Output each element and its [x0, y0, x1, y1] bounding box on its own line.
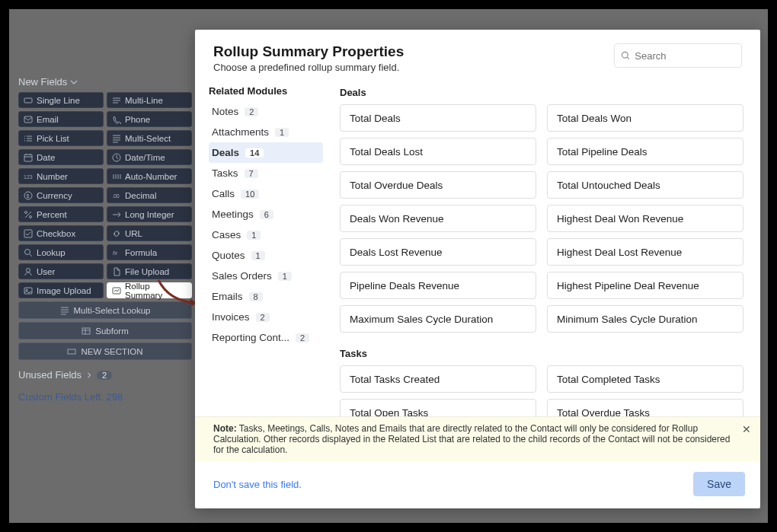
chevron-right-icon	[86, 372, 92, 378]
check-icon	[24, 229, 33, 238]
module-attachments[interactable]: Attachments1	[209, 122, 323, 142]
rollup-option[interactable]: Highest Deal Won Revenue	[547, 205, 743, 232]
module-label: Quotes	[212, 250, 245, 261]
field-multi-select-lookup[interactable]: Multi-Select Lookup	[18, 301, 192, 319]
field-decimal[interactable]: .00Decimal	[107, 187, 192, 203]
module-count: 14	[245, 148, 264, 158]
rollup-option[interactable]: Total Deals Won	[547, 104, 743, 132]
svg-rect-2	[24, 155, 32, 161]
calendar-icon	[24, 153, 33, 162]
field-formula[interactable]: fxFormula	[107, 244, 192, 260]
field-currency[interactable]: $Currency	[18, 187, 104, 203]
image-icon	[24, 286, 33, 295]
rollup-option[interactable]: Deals Won Revenue	[340, 205, 536, 232]
module-label: Sales Orders	[212, 270, 272, 282]
field-rollup-summary[interactable]: Rollup Summary	[107, 282, 192, 298]
save-button[interactable]: Save	[693, 472, 745, 496]
module-deals[interactable]: Deals14	[209, 142, 323, 163]
search-icon	[621, 50, 630, 61]
search-input[interactable]	[635, 50, 735, 62]
file-icon	[112, 267, 121, 276]
close-icon[interactable]: ✕	[742, 423, 751, 435]
new-fields-header[interactable]: New Fields	[18, 76, 192, 88]
rollup-option[interactable]: Total Open Tasks	[340, 399, 536, 416]
rollup-option[interactable]: Total Deals Lost	[340, 138, 536, 165]
field-checkbox[interactable]: Checkbox	[18, 225, 104, 241]
rollup-option[interactable]: Highest Pipeline Deal Revenue	[547, 272, 743, 299]
dont-save-link[interactable]: Don't save this field.	[213, 479, 302, 490]
module-sales-orders[interactable]: Sales Orders1	[209, 266, 323, 286]
rollup-option[interactable]: Highest Deal Lost Revenue	[547, 238, 743, 266]
field-single-line[interactable]: Single Line	[18, 92, 104, 108]
field-multi-line[interactable]: Multi-Line	[107, 92, 192, 108]
field-date-time[interactable]: Date/Time	[107, 149, 192, 165]
field-percent[interactable]: Percent	[18, 206, 104, 222]
module-emails[interactable]: Emails8	[209, 286, 323, 307]
rollup-option[interactable]: Total Completed Tasks	[547, 365, 743, 393]
field-subform[interactable]: Subform	[18, 322, 192, 339]
rollup-option[interactable]: Total Untouched Deals	[547, 171, 743, 199]
module-tasks[interactable]: Tasks7	[209, 163, 323, 183]
field-long-integer[interactable]: Long Integer	[107, 206, 192, 222]
field-date[interactable]: Date	[18, 149, 104, 165]
module-notes[interactable]: Notes2	[209, 101, 323, 122]
svg-point-11	[25, 249, 30, 254]
module-cases[interactable]: Cases1	[209, 225, 323, 245]
url-icon	[112, 229, 121, 238]
rollup-option[interactable]: Minimum Sales Cycle Duration	[547, 305, 743, 333]
unused-fields-link[interactable]: Unused Fields 2	[18, 369, 192, 381]
section-icon	[67, 347, 76, 356]
field-number[interactable]: 123Number	[18, 168, 104, 184]
rollup-option[interactable]: Pipeline Deals Revenue	[340, 272, 536, 299]
rollup-option[interactable]: Deals Lost Revenue	[340, 238, 536, 266]
module-count: 7	[245, 169, 258, 178]
section-title: Deals	[340, 87, 743, 98]
rollup-option[interactable]: Total Pipeline Deals	[547, 138, 743, 165]
rollup-option[interactable]: Maximum Sales Cycle Duration	[340, 305, 536, 333]
module-label: Meetings	[212, 209, 254, 220]
field-url[interactable]: URL	[107, 225, 192, 241]
module-count: 10	[241, 190, 259, 199]
module-count: 6	[260, 210, 273, 219]
field-auto-number[interactable]: Auto-Number	[107, 168, 192, 184]
svg-point-19	[622, 52, 628, 58]
search-box[interactable]	[614, 43, 742, 68]
module-meetings[interactable]: Meetings6	[209, 204, 323, 225]
svg-point-9	[30, 215, 32, 218]
field-new-section[interactable]: NEW SECTION	[18, 342, 192, 360]
field-user[interactable]: User	[18, 263, 104, 279]
rollup-option[interactable]: Total Overdue Deals	[340, 171, 536, 199]
rollup-summary-modal: Rollup Summary Properties Choose a prede…	[195, 30, 760, 508]
field-multi-select[interactable]: Multi-Select	[107, 130, 192, 146]
user-icon	[24, 267, 33, 276]
svg-rect-17	[82, 328, 90, 334]
rollup-option[interactable]: Total Deals	[340, 104, 536, 132]
module-reporting-cont-[interactable]: Reporting Cont...2	[209, 327, 323, 348]
multi-icon	[60, 306, 69, 315]
field-phone[interactable]: Phone	[107, 111, 192, 127]
field-image-upload[interactable]: Image Upload	[18, 282, 104, 298]
module-label: Attachments	[212, 126, 269, 138]
field-pick-list[interactable]: Pick List	[18, 130, 104, 146]
field-file-upload[interactable]: File Upload	[107, 263, 192, 279]
module-label: Tasks	[212, 167, 238, 179]
module-label: Reporting Cont...	[212, 332, 289, 343]
note-prefix: Note:	[213, 423, 237, 434]
phone-icon	[112, 115, 121, 124]
section-title: Tasks	[340, 348, 743, 359]
field-email[interactable]: Email	[18, 111, 104, 127]
module-label: Deals	[212, 147, 239, 158]
svg-rect-10	[24, 230, 32, 237]
module-invoices[interactable]: Invoices2	[209, 307, 323, 327]
module-quotes[interactable]: Quotes1	[209, 245, 323, 266]
field-lookup[interactable]: Lookup	[18, 244, 104, 260]
module-calls[interactable]: Calls10	[209, 183, 323, 204]
svg-point-13	[27, 268, 30, 272]
rollup-option[interactable]: Total Tasks Created	[340, 365, 536, 393]
mail-icon	[24, 115, 33, 124]
module-label: Calls	[212, 188, 235, 199]
subform-icon	[82, 327, 91, 336]
module-count: 1	[251, 251, 265, 260]
currency-icon: $	[24, 191, 33, 200]
rollup-option[interactable]: Total Overdue Tasks	[547, 399, 743, 416]
